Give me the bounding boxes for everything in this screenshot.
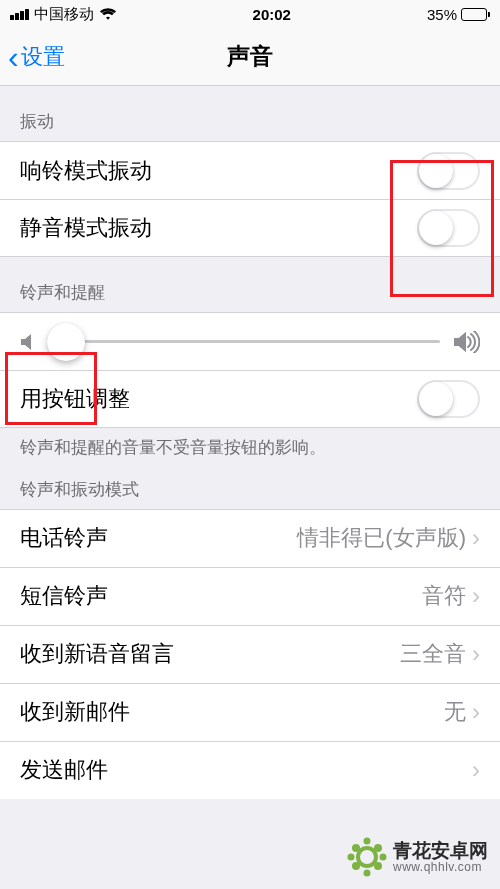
svg-point-5 xyxy=(364,838,371,845)
svg-point-6 xyxy=(364,870,371,877)
slider-thumb[interactable] xyxy=(47,323,85,361)
back-button[interactable]: ‹ 设置 xyxy=(8,41,65,73)
row-sent-mail[interactable]: 发送邮件 › xyxy=(0,741,500,799)
row-label: 收到新语音留言 xyxy=(20,639,174,669)
row-value: 音符 xyxy=(422,581,466,611)
row-change-with-buttons[interactable]: 用按钮调整 xyxy=(0,370,500,428)
chevron-right-icon: › xyxy=(472,582,480,610)
row-value: 三全音 xyxy=(400,639,466,669)
watermark-logo-icon xyxy=(347,837,387,877)
row-label: 短信铃声 xyxy=(20,581,108,611)
clock: 20:02 xyxy=(253,6,291,23)
toggle-change-with-buttons[interactable] xyxy=(417,380,480,418)
row-label: 收到新邮件 xyxy=(20,697,130,727)
watermark-name: 青花安卓网 xyxy=(393,841,488,861)
speaker-high-icon xyxy=(454,331,480,353)
wifi-icon xyxy=(99,7,117,21)
svg-point-7 xyxy=(380,854,387,861)
row-ringer-volume xyxy=(0,312,500,370)
chevron-right-icon: › xyxy=(472,698,480,726)
toggle-vibrate-on-ring[interactable] xyxy=(417,152,480,190)
row-ringtone[interactable]: 电话铃声 情非得已(女声版) › xyxy=(0,509,500,567)
status-bar: 中国移动 20:02 35% xyxy=(0,0,500,28)
row-label: 用按钮调整 xyxy=(20,384,130,414)
page-title: 声音 xyxy=(227,41,273,72)
row-text-tone[interactable]: 短信铃声 音符 › xyxy=(0,567,500,625)
chevron-right-icon: › xyxy=(472,640,480,668)
row-value: 无 xyxy=(444,697,466,727)
status-left: 中国移动 xyxy=(10,5,117,24)
svg-point-3 xyxy=(374,862,382,870)
svg-point-2 xyxy=(352,844,360,852)
row-vibrate-on-silent[interactable]: 静音模式振动 xyxy=(0,199,500,257)
watermark: 青花安卓网 www.qhhlv.com xyxy=(347,837,488,877)
section-footer-ringer: 铃声和提醒的音量不受音量按钮的影响。 xyxy=(0,428,500,464)
carrier-label: 中国移动 xyxy=(34,5,94,24)
row-voicemail[interactable]: 收到新语音留言 三全音 › xyxy=(0,625,500,683)
section-header-ringer: 铃声和提醒 xyxy=(0,257,500,312)
speaker-low-icon xyxy=(20,332,36,352)
row-label: 响铃模式振动 xyxy=(20,156,152,186)
ringer-volume-slider[interactable] xyxy=(50,340,440,343)
nav-bar: ‹ 设置 声音 xyxy=(0,28,500,86)
row-value: 情非得已(女声版) xyxy=(297,523,466,553)
svg-point-4 xyxy=(352,862,360,870)
chevron-right-icon: › xyxy=(472,524,480,552)
section-header-vibrate: 振动 xyxy=(0,86,500,141)
toggle-vibrate-on-silent[interactable] xyxy=(417,209,480,247)
row-label: 静音模式振动 xyxy=(20,213,152,243)
svg-point-8 xyxy=(348,854,355,861)
row-label: 电话铃声 xyxy=(20,523,108,553)
status-right: 35% xyxy=(427,6,490,23)
chevron-left-icon: ‹ xyxy=(8,41,19,73)
battery-percent: 35% xyxy=(427,6,457,23)
row-new-mail[interactable]: 收到新邮件 无 › xyxy=(0,683,500,741)
svg-point-1 xyxy=(374,844,382,852)
section-header-pattern: 铃声和振动模式 xyxy=(0,464,500,509)
chevron-right-icon: › xyxy=(472,756,480,784)
row-label: 发送邮件 xyxy=(20,755,108,785)
watermark-url: www.qhhlv.com xyxy=(393,861,488,874)
back-label: 设置 xyxy=(21,42,65,72)
battery-icon xyxy=(461,8,490,21)
svg-point-0 xyxy=(358,848,376,866)
signal-icon xyxy=(10,9,29,20)
row-vibrate-on-ring[interactable]: 响铃模式振动 xyxy=(0,141,500,199)
